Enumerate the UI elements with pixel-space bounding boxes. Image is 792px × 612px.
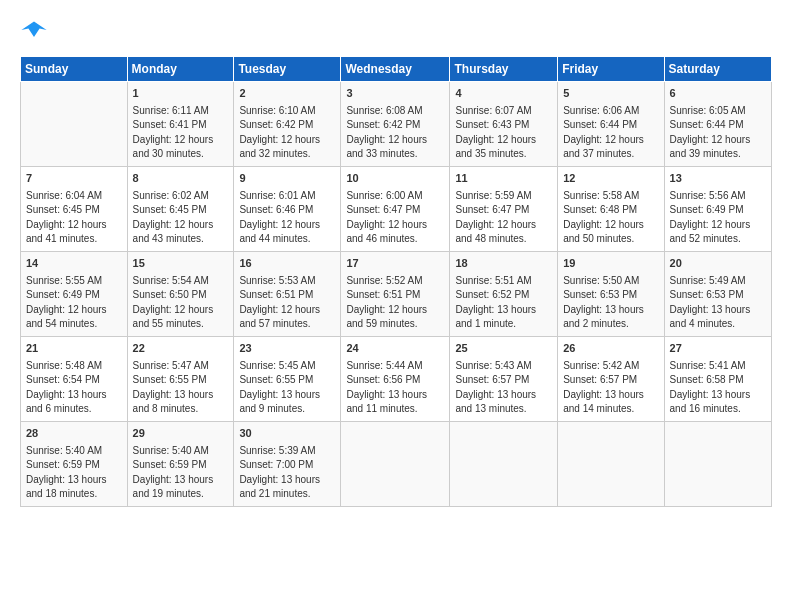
day-info-line: Daylight: 12 hours [26, 218, 122, 233]
day-info-line: Sunset: 6:43 PM [455, 118, 552, 133]
day-info-line: and 44 minutes. [239, 232, 335, 247]
calendar-cell: 14Sunrise: 5:55 AMSunset: 6:49 PMDayligh… [21, 251, 128, 336]
day-info-line: and 8 minutes. [133, 402, 229, 417]
day-info-line: Daylight: 12 hours [670, 133, 766, 148]
logo-icon [20, 16, 48, 44]
calendar-cell: 15Sunrise: 5:54 AMSunset: 6:50 PMDayligh… [127, 251, 234, 336]
day-info-line: Sunset: 7:00 PM [239, 458, 335, 473]
day-info-line: Daylight: 13 hours [346, 388, 444, 403]
day-info-line: and 9 minutes. [239, 402, 335, 417]
day-info-line: Sunset: 6:42 PM [239, 118, 335, 133]
day-number: 9 [239, 171, 335, 187]
day-info-line: Daylight: 13 hours [670, 388, 766, 403]
day-info-line: and 4 minutes. [670, 317, 766, 332]
day-info-line: Sunrise: 5:41 AM [670, 359, 766, 374]
day-number: 18 [455, 256, 552, 272]
day-info-line: Daylight: 13 hours [563, 388, 658, 403]
day-info-line: Sunset: 6:49 PM [670, 203, 766, 218]
calendar-week-row: 14Sunrise: 5:55 AMSunset: 6:49 PMDayligh… [21, 251, 772, 336]
weekday-header: Saturday [664, 57, 771, 82]
day-info-line: Sunset: 6:54 PM [26, 373, 122, 388]
calendar-cell: 16Sunrise: 5:53 AMSunset: 6:51 PMDayligh… [234, 251, 341, 336]
day-number: 5 [563, 86, 658, 102]
day-number: 27 [670, 341, 766, 357]
day-info-line: and 39 minutes. [670, 147, 766, 162]
day-info-line: Sunrise: 5:51 AM [455, 274, 552, 289]
day-number: 1 [133, 86, 229, 102]
day-info-line: and 21 minutes. [239, 487, 335, 502]
day-info-line: Daylight: 12 hours [563, 133, 658, 148]
calendar-cell [341, 421, 450, 506]
day-info-line: Daylight: 13 hours [26, 388, 122, 403]
day-info-line: Sunset: 6:56 PM [346, 373, 444, 388]
day-info-line: Daylight: 12 hours [346, 303, 444, 318]
day-number: 21 [26, 341, 122, 357]
day-info-line: Sunrise: 6:07 AM [455, 104, 552, 119]
day-number: 26 [563, 341, 658, 357]
calendar-cell: 19Sunrise: 5:50 AMSunset: 6:53 PMDayligh… [558, 251, 664, 336]
calendar-cell: 12Sunrise: 5:58 AMSunset: 6:48 PMDayligh… [558, 166, 664, 251]
day-info-line: Sunrise: 5:47 AM [133, 359, 229, 374]
day-info-line: Sunrise: 5:45 AM [239, 359, 335, 374]
day-info-line: Sunrise: 5:39 AM [239, 444, 335, 459]
calendar-cell: 6Sunrise: 6:05 AMSunset: 6:44 PMDaylight… [664, 82, 771, 167]
day-number: 12 [563, 171, 658, 187]
day-info-line: Daylight: 13 hours [133, 388, 229, 403]
day-info-line: and 32 minutes. [239, 147, 335, 162]
day-info-line: Sunrise: 5:40 AM [26, 444, 122, 459]
day-number: 19 [563, 256, 658, 272]
weekday-header: Friday [558, 57, 664, 82]
day-info-line: Sunset: 6:47 PM [455, 203, 552, 218]
day-info-line: Daylight: 13 hours [670, 303, 766, 318]
calendar-cell [21, 82, 128, 167]
day-info-line: Daylight: 12 hours [239, 303, 335, 318]
day-info-line: and 11 minutes. [346, 402, 444, 417]
day-info-line: and 6 minutes. [26, 402, 122, 417]
day-info-line: Sunrise: 6:11 AM [133, 104, 229, 119]
day-info-line: and 14 minutes. [563, 402, 658, 417]
calendar-cell: 20Sunrise: 5:49 AMSunset: 6:53 PMDayligh… [664, 251, 771, 336]
day-info-line: Daylight: 13 hours [455, 388, 552, 403]
day-number: 11 [455, 171, 552, 187]
weekday-header: Monday [127, 57, 234, 82]
day-info-line: and 2 minutes. [563, 317, 658, 332]
day-number: 24 [346, 341, 444, 357]
day-info-line: Sunrise: 5:49 AM [670, 274, 766, 289]
day-info-line: Sunrise: 6:02 AM [133, 189, 229, 204]
day-number: 20 [670, 256, 766, 272]
day-number: 6 [670, 86, 766, 102]
day-info-line: Sunrise: 5:42 AM [563, 359, 658, 374]
calendar-cell: 8Sunrise: 6:02 AMSunset: 6:45 PMDaylight… [127, 166, 234, 251]
day-info-line: and 18 minutes. [26, 487, 122, 502]
day-info-line: Sunrise: 5:43 AM [455, 359, 552, 374]
calendar-cell: 3Sunrise: 6:08 AMSunset: 6:42 PMDaylight… [341, 82, 450, 167]
day-info-line: Sunset: 6:55 PM [239, 373, 335, 388]
day-info-line: Daylight: 12 hours [239, 218, 335, 233]
calendar-cell: 27Sunrise: 5:41 AMSunset: 6:58 PMDayligh… [664, 336, 771, 421]
day-info-line: Sunrise: 6:05 AM [670, 104, 766, 119]
day-info-line: Sunset: 6:45 PM [26, 203, 122, 218]
calendar-cell: 17Sunrise: 5:52 AMSunset: 6:51 PMDayligh… [341, 251, 450, 336]
calendar-cell: 25Sunrise: 5:43 AMSunset: 6:57 PMDayligh… [450, 336, 558, 421]
day-info-line: Sunset: 6:48 PM [563, 203, 658, 218]
day-info-line: Daylight: 12 hours [133, 133, 229, 148]
day-info-line: Sunrise: 5:56 AM [670, 189, 766, 204]
day-info-line: and 52 minutes. [670, 232, 766, 247]
day-number: 29 [133, 426, 229, 442]
day-info-line: Sunset: 6:41 PM [133, 118, 229, 133]
day-number: 28 [26, 426, 122, 442]
day-info-line: Sunset: 6:57 PM [455, 373, 552, 388]
day-info-line: and 54 minutes. [26, 317, 122, 332]
day-info-line: Daylight: 12 hours [455, 133, 552, 148]
day-info-line: and 43 minutes. [133, 232, 229, 247]
day-info-line: and 50 minutes. [563, 232, 658, 247]
day-info-line: Daylight: 12 hours [239, 133, 335, 148]
day-info-line: Daylight: 12 hours [133, 218, 229, 233]
day-number: 25 [455, 341, 552, 357]
day-info-line: Daylight: 12 hours [346, 218, 444, 233]
day-info-line: Daylight: 12 hours [670, 218, 766, 233]
calendar-cell: 11Sunrise: 5:59 AMSunset: 6:47 PMDayligh… [450, 166, 558, 251]
day-info-line: and 57 minutes. [239, 317, 335, 332]
day-number: 14 [26, 256, 122, 272]
day-info-line: and 55 minutes. [133, 317, 229, 332]
